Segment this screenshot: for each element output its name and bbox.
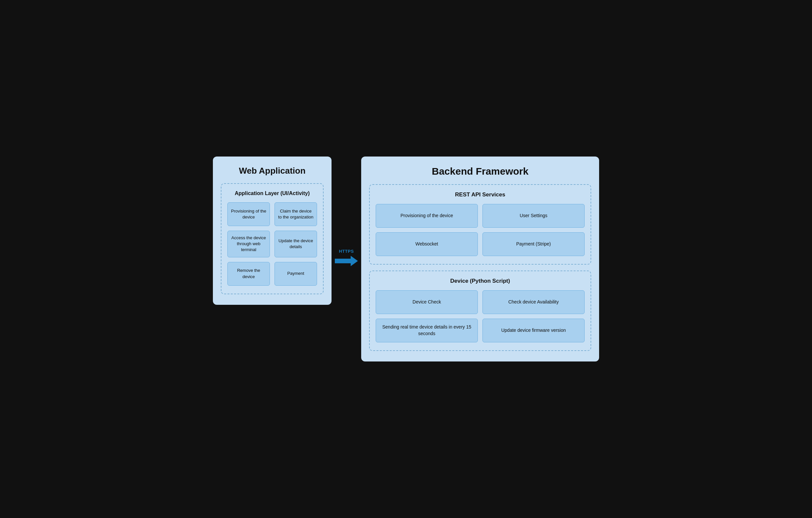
rest-api-title: REST API Services — [376, 192, 585, 198]
list-item: Remove the device — [227, 262, 270, 286]
device-grid: Device Check Check device Availability S… — [376, 290, 585, 342]
list-item: Provisioning of the device — [376, 204, 478, 228]
arrow-container: HTTPS — [335, 249, 358, 267]
ui-grid: Provisioning of the device Claim the dev… — [227, 202, 317, 286]
list-item: Payment (Stripe) — [483, 232, 585, 256]
list-item: Claim the device to the organization — [274, 202, 317, 226]
https-arrow-section: HTTPS — [331, 249, 361, 267]
list-item: Payment — [274, 262, 317, 286]
list-item: User Settings — [483, 204, 585, 228]
list-item: Check device Availability — [483, 290, 585, 314]
web-app-section: Web Application Application Layer (UI/Ac… — [213, 156, 331, 305]
backend-title: Backend Framework — [369, 166, 591, 177]
diagram-container: Web Application Application Layer (UI/Ac… — [203, 143, 609, 375]
app-layer-title: Application Layer (UI/Activity) — [227, 191, 317, 196]
web-app-title: Web Application — [221, 166, 324, 176]
list-item: Websocket — [376, 232, 478, 256]
list-item: Update the device details — [274, 231, 317, 257]
svg-marker-0 — [335, 256, 358, 266]
list-item: Sending real time device details in ever… — [376, 319, 478, 342]
app-layer-box: Application Layer (UI/Activity) Provisio… — [221, 183, 324, 294]
list-item: Access the device through web terminal — [227, 231, 270, 257]
arrow-label: HTTPS — [339, 249, 354, 254]
list-item: Device Check — [376, 290, 478, 314]
list-item: Update device firmware version — [483, 319, 585, 342]
rest-api-box: REST API Services Provisioning of the de… — [369, 184, 591, 265]
device-box: Device (Python Script) Device Check Chec… — [369, 270, 591, 351]
list-item: Provisioning of the device — [227, 202, 270, 226]
rest-api-grid: Provisioning of the device User Settings… — [376, 204, 585, 256]
backend-section: Backend Framework REST API Services Prov… — [361, 156, 599, 362]
device-title: Device (Python Script) — [376, 278, 585, 284]
arrow-icon — [335, 255, 358, 267]
